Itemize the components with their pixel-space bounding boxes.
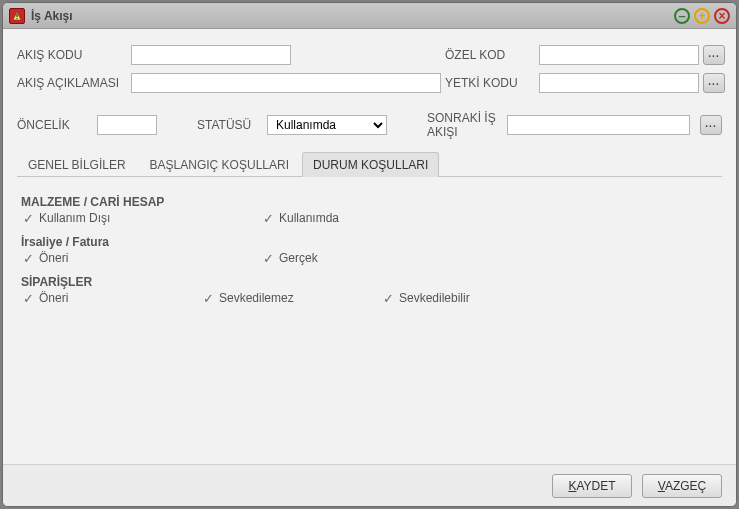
check-icon: ✓ xyxy=(261,251,275,265)
checkbox-irsaliye-oneri[interactable]: ✓ Öneri xyxy=(21,251,161,265)
ozel-kod-label: ÖZEL KOD xyxy=(445,48,535,62)
oncelik-input[interactable] xyxy=(97,115,157,135)
akis-kodu-input[interactable] xyxy=(131,45,291,65)
yetki-kodu-lookup-button[interactable]: ... xyxy=(703,73,725,93)
svg-rect-2 xyxy=(16,18,17,19)
tabs: GENEL BİLGİLER BAŞLANGIÇ KOŞULLARI DURUM… xyxy=(17,151,722,177)
akis-aciklamasi-input[interactable] xyxy=(131,73,441,93)
app-icon xyxy=(9,8,25,24)
group-malzeme-row: ✓ Kullanım Dışı ✓ Kullanımda xyxy=(21,211,718,225)
row-priority-status: ÖNCELİK STATÜSÜ Kullanımda SONRAKİ İŞ AK… xyxy=(17,111,722,139)
checkbox-label: Sevkedilebilir xyxy=(399,291,470,305)
group-siparisler-row: ✓ Öneri ✓ Sevkedilemez ✓ Sevkedilebilir xyxy=(21,291,718,305)
minimize-icon[interactable]: – xyxy=(674,8,690,24)
statusu-label: STATÜSÜ xyxy=(197,118,257,132)
window-controls: – + × xyxy=(674,8,730,24)
tab-genel-bilgiler[interactable]: GENEL BİLGİLER xyxy=(17,152,137,177)
window-title: İş Akışı xyxy=(31,9,674,23)
checkbox-siparis-oneri[interactable]: ✓ Öneri xyxy=(21,291,161,305)
checkbox-siparis-sevkedilemez[interactable]: ✓ Sevkedilemez xyxy=(201,291,341,305)
group-irsaliye-title: İrsaliye / Fatura xyxy=(21,235,718,249)
tab-durum-kosullari[interactable]: DURUM KOŞULLARI xyxy=(302,152,439,177)
yetki-kodu-label: YETKİ KODU xyxy=(445,76,535,90)
tab-baslangic-kosullari[interactable]: BAŞLANGIÇ KOŞULLARI xyxy=(139,152,300,177)
cancel-mnemonic: V xyxy=(658,479,665,493)
check-icon: ✓ xyxy=(21,211,35,225)
group-malzeme-title: MALZEME / CARİ HESAP xyxy=(21,195,718,209)
sonraki-is-akisi-input[interactable] xyxy=(507,115,690,135)
save-button[interactable]: KAYDET xyxy=(552,474,632,498)
checkbox-label: Öneri xyxy=(39,251,68,265)
group-irsaliye-row: ✓ Öneri ✓ Gerçek xyxy=(21,251,718,265)
check-icon: ✓ xyxy=(201,291,215,305)
sonraki-is-akisi-lookup-button[interactable]: ... xyxy=(700,115,722,135)
check-icon: ✓ xyxy=(21,251,35,265)
checkbox-kullanim-disi[interactable]: ✓ Kullanım Dışı xyxy=(21,211,161,225)
checkbox-label: Kullanım Dışı xyxy=(39,211,110,225)
window: İş Akışı – + × AKIŞ KODU ÖZEL KOD ... AK… xyxy=(2,2,737,507)
check-icon: ✓ xyxy=(21,291,35,305)
checkbox-kullanimda[interactable]: ✓ Kullanımda xyxy=(261,211,401,225)
checkbox-irsaliye-gercek[interactable]: ✓ Gerçek xyxy=(261,251,401,265)
cancel-button[interactable]: VAZGEÇ xyxy=(642,474,722,498)
svg-rect-1 xyxy=(16,14,17,17)
tab-body-durum-kosullari: MALZEME / CARİ HESAP ✓ Kullanım Dışı ✓ K… xyxy=(17,185,722,456)
sonraki-is-akisi-label: SONRAKİ İŞ AKIŞI xyxy=(427,111,497,139)
maximize-icon[interactable]: + xyxy=(694,8,710,24)
check-icon: ✓ xyxy=(261,211,275,225)
save-rest: AYDET xyxy=(576,479,615,493)
header-fields: AKIŞ KODU ÖZEL KOD ... AKIŞ AÇIKLAMASI Y… xyxy=(17,43,722,95)
close-icon[interactable]: × xyxy=(714,8,730,24)
group-siparisler-title: SİPARİŞLER xyxy=(21,275,718,289)
akis-aciklamasi-label: AKIŞ AÇIKLAMASI xyxy=(17,76,127,90)
footer: KAYDET VAZGEÇ xyxy=(3,464,736,506)
ozel-kod-lookup-button[interactable]: ... xyxy=(703,45,725,65)
yetki-kodu-input[interactable] xyxy=(539,73,699,93)
checkbox-label: Gerçek xyxy=(279,251,318,265)
titlebar: İş Akışı – + × xyxy=(3,3,736,29)
checkbox-label: Sevkedilemez xyxy=(219,291,294,305)
cancel-rest: AZGEÇ xyxy=(665,479,706,493)
content-area: AKIŞ KODU ÖZEL KOD ... AKIŞ AÇIKLAMASI Y… xyxy=(3,29,736,464)
ozel-kod-input[interactable] xyxy=(539,45,699,65)
check-icon: ✓ xyxy=(381,291,395,305)
checkbox-siparis-sevkedilebilir[interactable]: ✓ Sevkedilebilir xyxy=(381,291,521,305)
checkbox-label: Öneri xyxy=(39,291,68,305)
oncelik-label: ÖNCELİK xyxy=(17,118,87,132)
checkbox-label: Kullanımda xyxy=(279,211,339,225)
statusu-select[interactable]: Kullanımda xyxy=(267,115,387,135)
akis-kodu-label: AKIŞ KODU xyxy=(17,48,127,62)
